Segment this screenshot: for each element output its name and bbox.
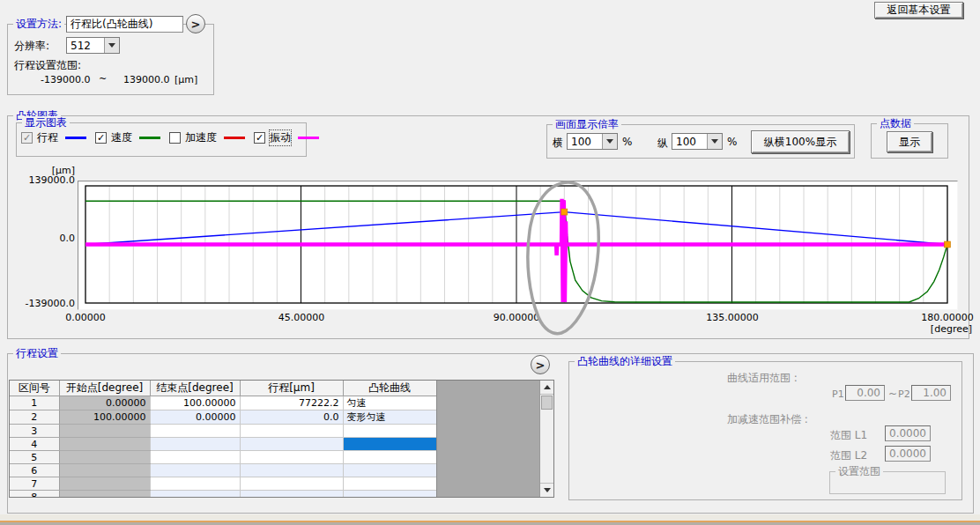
y-tick-zero: 0.0	[19, 233, 75, 244]
stroke-grid[interactable]: 区间号 开始点[degree] 结束点[degree] 行程[μm] 凸轮曲线 …	[10, 381, 437, 498]
start-point-cell[interactable]	[59, 425, 150, 438]
cam-curve-cell[interactable]: 变形匀速	[343, 410, 436, 425]
method-value-field[interactable]: 行程比(凸轮曲线)	[66, 16, 183, 33]
chevron-right-icon: >	[536, 359, 546, 372]
resolution-label: 分辨率:	[14, 39, 49, 54]
combo-dropdown-button[interactable]	[104, 38, 119, 53]
graph-legend: ✓行程✓速度加速度✓振动	[21, 130, 328, 145]
end-point-cell[interactable]	[150, 491, 240, 499]
stroke-cell[interactable]: 77222.2	[240, 396, 343, 410]
table-row-5[interactable]: 5	[10, 451, 436, 464]
cam-curve-detail-group-label: 凸轮曲线的详细设置	[575, 355, 675, 367]
stroke-cell[interactable]	[240, 464, 343, 477]
point-data-display-button[interactable]: 显示	[887, 131, 932, 152]
table-row-8[interactable]: 8	[10, 491, 436, 499]
set-range-group: 设置范围	[829, 471, 946, 494]
x-tick-180: 180.00000	[910, 312, 980, 323]
end-point-cell[interactable]: 0.00000	[150, 410, 240, 425]
start-point-cell[interactable]	[59, 451, 150, 464]
p1-label: P1	[832, 388, 844, 400]
table-header-row: 区间号 开始点[degree] 结束点[degree] 行程[μm] 凸轮曲线	[10, 381, 436, 396]
vertical-zoom-combo[interactable]: 100	[672, 133, 723, 150]
table-row-4[interactable]: 4	[10, 438, 436, 451]
stroke-cell[interactable]	[240, 438, 343, 451]
cam-curve-cell[interactable]	[343, 464, 436, 477]
chevron-down-icon	[606, 139, 613, 144]
cam-curve-cell[interactable]	[343, 425, 436, 438]
table-row-3[interactable]: 3	[10, 425, 436, 438]
cam-curve-cell[interactable]	[343, 491, 436, 499]
back-to-basic-settings-button[interactable]: 返回基本设置	[874, 2, 963, 18]
resolution-value: 512	[67, 40, 104, 52]
stroke-setting-group-label: 行程设置	[13, 347, 61, 359]
row-number-cell[interactable]: 2	[10, 410, 59, 425]
legend-color-line-0	[65, 137, 86, 139]
combo-dropdown-button[interactable]	[707, 134, 722, 149]
start-point-cell[interactable]	[59, 491, 150, 499]
combo-dropdown-button[interactable]	[602, 134, 617, 149]
resolution-combo[interactable]: 512	[66, 37, 120, 54]
range-l2-field: 0.0000	[885, 446, 931, 462]
chevron-down-icon	[711, 139, 718, 144]
chevron-right-icon: >	[191, 18, 201, 31]
stroke-cell[interactable]	[240, 451, 343, 464]
table-row-1[interactable]: 10.00000100.0000077222.2匀速	[10, 396, 436, 410]
end-point-cell[interactable]	[150, 477, 240, 491]
x-axis-unit: [degree]	[898, 323, 972, 335]
table-row-7[interactable]: 7	[10, 477, 436, 491]
end-point-cell[interactable]	[150, 464, 240, 477]
row-number-cell[interactable]: 7	[10, 477, 59, 491]
end-point-cell[interactable]	[150, 451, 240, 464]
range-l2-label: 范围 L2	[830, 448, 867, 463]
legend-checkbox-1[interactable]: ✓	[95, 132, 107, 144]
horizontal-zoom-value: 100	[568, 136, 602, 148]
row-number-cell[interactable]: 5	[10, 451, 59, 464]
start-point-cell[interactable]	[59, 464, 150, 477]
cam-curve-cell[interactable]	[343, 477, 436, 491]
stroke-cell[interactable]	[240, 491, 343, 499]
start-point-cell[interactable]: 100.00000	[59, 410, 150, 425]
table-filler-area	[436, 381, 540, 497]
cam-curve-cell[interactable]: 匀速	[343, 396, 436, 410]
end-point-cell[interactable]	[150, 425, 240, 438]
scrollbar-up-button[interactable]	[540, 381, 553, 395]
cam-curve-cell[interactable]	[343, 438, 436, 451]
row-number-cell[interactable]: 6	[10, 464, 59, 477]
legend-item-1: ✓速度	[95, 130, 169, 145]
stroke-range-max: 139000.0	[123, 74, 170, 85]
stroke-cell[interactable]	[240, 477, 343, 491]
row-number-cell[interactable]: 4	[10, 438, 59, 451]
legend-label-0: 行程	[37, 130, 58, 145]
start-point-cell[interactable]	[59, 477, 150, 491]
legend-checkbox-3[interactable]: ✓	[254, 132, 265, 144]
row-number-cell[interactable]: 1	[10, 396, 59, 410]
scrollbar-thumb[interactable]	[541, 396, 553, 410]
row-number-cell[interactable]: 8	[10, 491, 59, 499]
bottom-window-edge	[0, 514, 980, 525]
legend-checkbox-0[interactable]: ✓	[21, 132, 33, 144]
cam-curve-cell[interactable]	[343, 451, 436, 464]
stroke-cell[interactable]	[240, 425, 343, 438]
x-tick-45: 45.00000	[264, 312, 338, 323]
stroke-cell[interactable]: 0.0	[240, 410, 343, 425]
y-tick-max: 139000.0	[19, 174, 75, 186]
legend-checkbox-2[interactable]	[169, 132, 181, 144]
start-point-cell[interactable]	[59, 438, 150, 451]
table-row-2[interactable]: 2100.000000.000000.0变形匀速	[10, 410, 436, 425]
zoom-100-button[interactable]: 纵横100%显示	[751, 130, 850, 153]
row-number-cell[interactable]: 3	[10, 425, 59, 438]
chart-panel	[78, 181, 958, 310]
stroke-table-expand-button[interactable]: >	[531, 355, 550, 374]
end-point-cell[interactable]	[150, 438, 240, 451]
method-expand-button[interactable]: >	[186, 14, 205, 33]
end-point-cell[interactable]: 100.00000	[150, 396, 240, 410]
table-scrollbar[interactable]	[539, 381, 553, 497]
table-row-6[interactable]: 6	[10, 464, 436, 477]
legend-color-line-2	[224, 137, 245, 139]
horizontal-zoom-combo[interactable]: 100	[567, 133, 618, 150]
start-point-cell[interactable]: 0.00000	[59, 396, 150, 410]
scrollbar-down-button[interactable]	[540, 483, 553, 497]
accel-decel-comp-label: 加减速范围补偿 :	[727, 412, 808, 427]
stroke-range-unit: [μm]	[174, 74, 197, 85]
p2-field: 1.00	[911, 385, 951, 401]
